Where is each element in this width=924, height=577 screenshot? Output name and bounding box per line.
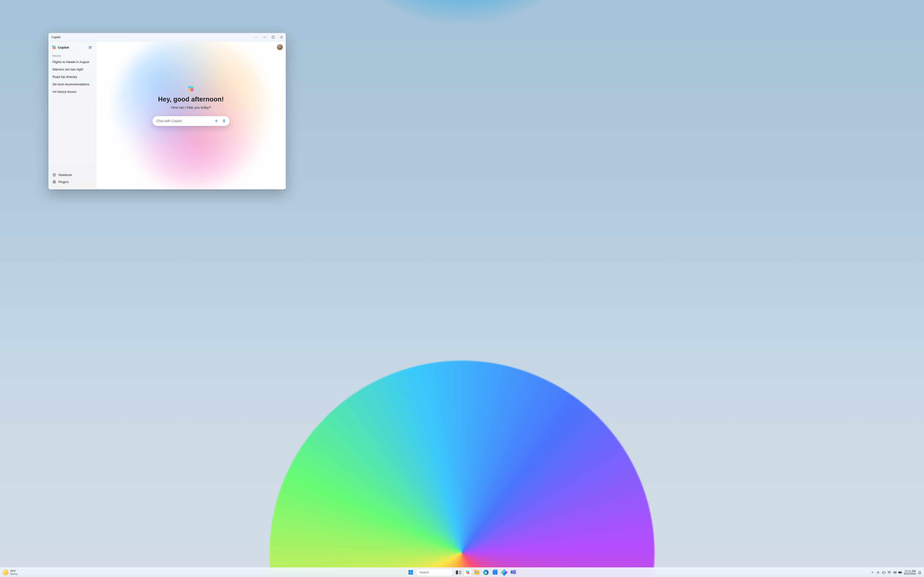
tray-wifi-icon[interactable] [887,571,891,574]
taskview-button[interactable] [455,569,462,576]
svg-rect-2 [53,181,54,182]
chat-input[interactable] [157,119,212,123]
window-minimize-button[interactable] [260,33,269,41]
taskbar-center [407,569,517,576]
taskbar-clock[interactable]: 11:11 AM 6/22/2024 [904,570,916,575]
hero: Hey, good afternoon! How can I help you … [119,86,263,109]
copilot-logo-icon [52,45,56,49]
weather-condition: Sunny [10,572,18,575]
weather-sun-icon [3,570,8,575]
bell-icon [918,571,921,574]
taskbar-app-copilot-pro[interactable] [501,569,508,576]
tray-volume-icon[interactable] [893,571,897,574]
tray-overflow-button[interactable] [871,571,874,574]
file-explorer-icon [474,570,480,575]
tray-battery-icon[interactable] [898,571,902,574]
teams-icon [511,570,516,575]
chat-add-button[interactable] [213,118,220,124]
edge-icon [483,570,489,575]
window-close-button[interactable] [277,33,286,41]
plus-icon [215,119,218,123]
windows-logo-icon [408,570,413,575]
svg-rect-0 [272,36,274,38]
tray-settings-icon[interactable] [876,571,880,574]
copilot-taskbar-icon [466,571,470,574]
mic-icon [222,119,226,123]
svg-rect-5 [54,182,56,183]
titlebar[interactable]: Copilot ··· [48,33,286,41]
hero-greeting: Hey, good afternoon! [119,95,263,103]
desktop: Copilot ··· Copilot [0,0,924,577]
svg-rect-4 [53,182,54,183]
system-tray[interactable] [871,571,902,574]
battery-icon [898,571,902,574]
notebook-label: Notebook [58,173,72,177]
taskbar-weather[interactable]: 78°F Sunny [0,569,18,575]
gear-icon [876,571,880,574]
compose-icon [88,46,92,49]
sidebar-item-recent[interactable]: Road trip itinerary [50,73,94,81]
svg-rect-12 [901,572,902,573]
taskbar-app-copilot[interactable] [464,569,472,576]
plugins-icon [52,180,56,184]
cloud-icon [882,571,885,574]
sidebar-recent-label: Recent [50,52,94,58]
wallpaper-bloom-bottom [270,361,654,577]
svg-rect-11 [899,572,901,573]
svg-rect-6 [223,119,225,121]
microsoft-store-icon [493,570,498,575]
clock-date: 6/22/2024 [904,572,916,575]
svg-rect-3 [54,181,56,182]
plugins-label: Plugins [58,180,69,184]
sidebar-item-notebook[interactable]: Notebook [50,171,94,178]
weather-temp: 78°F [10,569,18,572]
maximize-icon [272,36,274,39]
copilot-hero-icon [188,86,194,92]
sidebar: Copilot Recent Flights to Hawaii in Augu… [48,41,96,189]
account-avatar[interactable] [277,44,283,50]
close-icon [280,36,283,39]
copilot-window: Copilot ··· Copilot [48,33,286,189]
sidebar-app-name: Copilot [58,46,69,49]
chat-input-container [153,116,229,126]
taskbar-search-input[interactable] [420,571,457,574]
taskbar: 78°F Sunny [0,567,924,577]
start-button[interactable] [407,569,415,576]
hero-subtitle: How can I help you today? [119,105,263,109]
window-title: Copilot [52,35,60,39]
chat-mic-button[interactable] [221,118,227,124]
svg-point-9 [889,573,889,574]
notifications-button[interactable] [918,571,922,574]
taskbar-app-edge[interactable] [482,569,490,576]
wifi-icon [887,571,891,574]
compose-button[interactable] [87,45,93,50]
sidebar-header: Copilot [50,44,94,52]
sidebar-item-plugins[interactable]: Plugins [50,178,94,185]
notebook-icon [52,173,56,177]
svg-point-8 [877,572,879,573]
minimize-icon [263,36,266,39]
window-more-button[interactable]: ··· [252,33,260,41]
taskbar-app-teams[interactable] [510,569,517,576]
volume-icon [893,571,897,574]
taskbar-app-store[interactable] [491,569,499,576]
copilot-diamond-icon [501,569,507,575]
chat-pane: Hey, good afternoon! How can I help you … [96,41,286,189]
taskbar-search[interactable] [416,569,453,576]
taskview-icon [456,571,461,574]
tray-onedrive-icon[interactable] [882,571,885,574]
sidebar-item-recent[interactable]: Flights to Hawaii in August [50,58,94,66]
more-icon: ··· [254,35,258,39]
hero-glow [114,41,268,189]
wallpaper-bloom-top [294,0,630,84]
taskbar-right: 11:11 AM 6/22/2024 [871,570,924,575]
chevron-up-icon [871,571,874,574]
clock-time: 11:11 AM [904,570,916,572]
taskbar-app-explorer[interactable] [473,569,481,576]
sidebar-item-recent[interactable]: Ski boot recommendations [50,81,94,88]
sidebar-item-recent[interactable]: Warriors win last night [50,66,94,73]
sidebar-item-recent[interactable]: Art history lesson [50,88,94,95]
window-maximize-button[interactable] [269,33,277,41]
